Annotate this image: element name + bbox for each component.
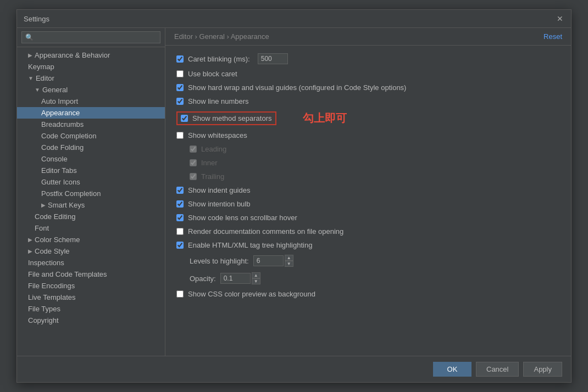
show-line-numbers-row: Show line numbers (176, 97, 560, 105)
sidebar-label: File Encodings (28, 282, 75, 290)
caret-blinking-input[interactable] (258, 53, 288, 64)
render-doc-checkbox[interactable] (176, 228, 184, 235)
sidebar-item-copyright[interactable]: Copyright (17, 315, 165, 326)
sidebar-item-smart-keys[interactable]: Smart Keys (17, 199, 165, 211)
show-whitespaces-row: Show whitespaces (176, 131, 560, 139)
opacity-down-button[interactable]: ▼ (252, 278, 260, 284)
levels-spin-buttons: ▲ ▼ (285, 255, 293, 267)
dialog-body: Appearance & Behavior Keymap Editor Gene… (17, 28, 571, 356)
sidebar-item-file-code-templates[interactable]: File and Code Templates (17, 268, 165, 280)
sidebar-item-code-completion[interactable]: Code Completion (17, 130, 165, 142)
arrow-icon (41, 202, 46, 208)
show-line-numbers-checkbox[interactable] (176, 98, 184, 105)
sidebar-label: Editor (36, 74, 54, 82)
enable-html-xml-checkbox[interactable] (176, 242, 184, 249)
search-box (17, 28, 165, 47)
sidebar-label: File and Code Templates (28, 270, 107, 278)
leading-label: Leading (201, 145, 226, 153)
render-doc-row: Render documentation comments on file op… (176, 227, 560, 236)
use-block-caret-checkbox[interactable] (176, 70, 184, 77)
show-indent-guides-checkbox[interactable] (176, 187, 184, 194)
sidebar: Appearance & Behavior Keymap Editor Gene… (17, 28, 165, 356)
show-intention-bulb-row: Show intention bulb (176, 200, 560, 208)
sidebar-label: Copyright (28, 316, 59, 324)
show-indent-guides-row: Show indent guides (176, 186, 560, 194)
sidebar-label: Color Scheme (35, 236, 80, 244)
sidebar-item-appearance-behavior[interactable]: Appearance & Behavior (17, 49, 165, 61)
levels-highlight-row: Levels to highlight: ▲ ▼ (190, 255, 560, 267)
show-method-separators-checkbox[interactable] (181, 115, 188, 122)
sidebar-item-color-scheme[interactable]: Color Scheme (17, 234, 165, 245)
show-intention-bulb-checkbox[interactable] (176, 200, 184, 208)
sidebar-label: File Types (28, 305, 60, 313)
sidebar-label: Smart Keys (48, 201, 85, 209)
sidebar-item-appearance[interactable]: Appearance (17, 107, 165, 119)
sidebar-item-console[interactable]: Console (17, 153, 165, 165)
sidebar-item-auto-import[interactable]: Auto Import (17, 96, 165, 107)
ok-button[interactable]: OK (433, 362, 471, 377)
main-content: Editor › General › Appearance Reset Care… (165, 28, 571, 356)
sidebar-item-gutter-icons[interactable]: Gutter Icons (17, 176, 165, 188)
trailing-checkbox[interactable] (190, 173, 197, 180)
sidebar-item-editor-tabs[interactable]: Editor Tabs (17, 165, 165, 176)
sidebar-item-code-style[interactable]: Code Style (17, 245, 165, 257)
inner-label: Inner (201, 159, 218, 167)
sidebar-label: Console (41, 155, 68, 163)
inner-checkbox[interactable] (190, 159, 197, 166)
sidebar-item-code-folding[interactable]: Code Folding (17, 142, 165, 153)
caret-blinking-checkbox[interactable] (176, 55, 184, 63)
show-hard-wrap-row: Show hard wrap and visual guides (config… (176, 83, 560, 92)
sidebar-label: Code Style (35, 247, 70, 255)
levels-input[interactable] (253, 255, 284, 266)
show-code-lens-checkbox[interactable] (176, 214, 184, 221)
opacity-spin-buttons: ▲ ▼ (252, 272, 260, 284)
sidebar-label: Appearance & Behavior (35, 51, 110, 59)
inner-row: Inner (190, 159, 560, 167)
settings-dialog: Settings ✕ Appearance & Behavior Keymap … (16, 9, 572, 383)
sidebar-label: Gutter Icons (41, 178, 80, 186)
sidebar-item-general[interactable]: General (17, 84, 165, 96)
close-button[interactable]: ✕ (556, 14, 564, 23)
use-block-caret-row: Use block caret (176, 70, 560, 78)
opacity-up-button[interactable]: ▲ (252, 272, 260, 278)
show-hard-wrap-label: Show hard wrap and visual guides (config… (188, 83, 406, 92)
show-hard-wrap-checkbox[interactable] (176, 84, 184, 91)
show-css-label: Show CSS color preview as background (188, 290, 315, 298)
opacity-spin-container: ▲ ▼ (220, 272, 260, 284)
sidebar-item-breadcrumbs[interactable]: Breadcrumbs (17, 119, 165, 130)
sidebar-label: General (42, 86, 68, 94)
show-whitespaces-checkbox[interactable] (176, 132, 184, 139)
sidebar-item-code-editing[interactable]: Code Editing (17, 211, 165, 222)
sidebar-tree: Appearance & Behavior Keymap Editor Gene… (17, 47, 165, 356)
show-method-separators-label: Show method separators (192, 114, 272, 122)
trailing-row: Trailing (190, 172, 560, 181)
show-whitespaces-label: Show whitespaces (188, 131, 247, 139)
leading-checkbox[interactable] (190, 145, 197, 153)
arrow-icon (28, 248, 32, 254)
dialog-title: Settings (24, 15, 49, 23)
opacity-input[interactable] (220, 273, 251, 284)
show-intention-bulb-label: Show intention bulb (188, 200, 250, 208)
sidebar-item-file-encodings[interactable]: File Encodings (17, 280, 165, 292)
levels-up-button[interactable]: ▲ (285, 255, 293, 261)
show-css-checkbox[interactable] (176, 290, 184, 298)
content-body: Caret blinking (ms): Use block caret Sho… (165, 46, 571, 356)
sidebar-item-live-templates[interactable]: Live Templates (17, 292, 165, 303)
caret-blinking-row: Caret blinking (ms): (176, 53, 560, 64)
sidebar-item-keymap[interactable]: Keymap (17, 61, 165, 72)
sidebar-item-font[interactable]: Font (17, 222, 165, 234)
sidebar-item-editor[interactable]: Editor (17, 72, 165, 84)
levels-label: Levels to highlight: (190, 257, 249, 265)
sidebar-item-inspections[interactable]: Inspections (17, 257, 165, 268)
levels-down-button[interactable]: ▼ (285, 261, 293, 267)
sidebar-item-postfix-completion[interactable]: Postfix Completion (17, 188, 165, 199)
search-input[interactable] (21, 31, 160, 43)
reset-button[interactable]: Reset (543, 32, 562, 41)
sidebar-label: Appearance (41, 109, 80, 117)
caret-blinking-label: Caret blinking (ms): (188, 55, 250, 63)
sidebar-item-file-types[interactable]: File Types (17, 303, 165, 315)
apply-button[interactable]: Apply (523, 362, 562, 377)
cancel-button[interactable]: Cancel (476, 362, 519, 377)
enable-html-xml-label: Enable HTML/XML tag tree highlighting (188, 241, 312, 249)
arrow-icon (28, 237, 32, 243)
